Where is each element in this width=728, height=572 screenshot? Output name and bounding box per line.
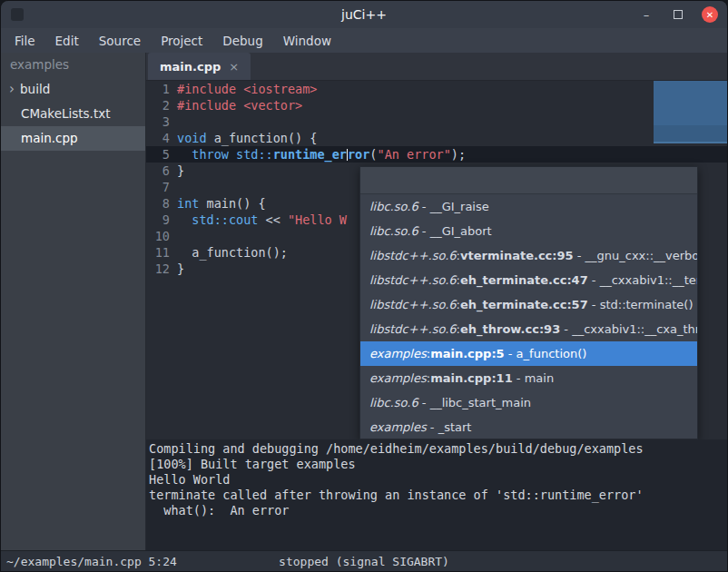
backtrace-row[interactable]: libstdc++.so.6:eh_terminate.cc:57 - std:…: [360, 292, 697, 317]
sidebar-item-main-cpp[interactable]: main.cpp: [1, 126, 145, 151]
line-number: 9: [146, 212, 170, 228]
menu-bar: FileEditSourceProjectDebugWindow: [1, 28, 727, 53]
terminal-line: [100%] Built target examples: [149, 457, 728, 472]
code-text: [170, 228, 177, 244]
close-button[interactable]: ✕: [702, 6, 718, 23]
tab-main-cpp[interactable]: main.cpp ×: [148, 53, 251, 80]
code-text: }: [170, 261, 184, 277]
debug-value-tooltip: [654, 81, 728, 143]
code-line-5: 5 throw std::runtime_error("An error");: [146, 146, 728, 163]
code-text: [170, 113, 177, 130]
line-number: 2: [146, 97, 170, 113]
backtrace-popup: libc.so.6 - __GI_raiselibc.so.6 - __GI_a…: [359, 166, 698, 439]
backtrace-row[interactable]: libstdc++.so.6:vterminate.cc:95 - __gnu_…: [360, 243, 697, 268]
line-number: 4: [146, 130, 170, 146]
terminal-line: what(): An error: [149, 503, 728, 518]
file-location: eh_terminate.cc:47: [460, 273, 588, 287]
code-line-3: 3: [146, 113, 728, 130]
sidebar-item-label: build: [19, 77, 50, 102]
backtrace-list: libc.so.6 - __GI_raiselibc.so.6 - __GI_a…: [360, 194, 697, 439]
code-text: std::cout << "Hello W: [170, 212, 347, 228]
library-name: libstdc++.so.6: [369, 273, 457, 287]
backtrace-row[interactable]: libc.so.6 - __libc_start_main: [360, 390, 697, 415]
backtrace-row[interactable]: examples:main.cpp:5 - a_function(): [360, 341, 697, 366]
main-area: main.cpp × 1#include <iostream>2#include…: [146, 53, 728, 552]
terminal-line: terminate called after throwing an insta…: [149, 488, 728, 503]
menu-item-edit[interactable]: Edit: [45, 28, 89, 53]
backtrace-row[interactable]: examples - _start: [360, 415, 697, 439]
debug-status: stopped (signal SIGABRT): [1, 555, 727, 568]
sidebar-item-label: CMakeLists.txt: [20, 102, 111, 126]
library-name: libstdc++.so.6: [369, 322, 457, 336]
tab-label: main.cpp: [160, 60, 221, 74]
project-name: examples: [1, 53, 145, 77]
menu-item-project[interactable]: Project: [151, 28, 212, 53]
backtrace-row[interactable]: examples:main.cpp:11 - main: [360, 366, 697, 390]
backtrace-row[interactable]: libstdc++.so.6:eh_throw.cc:93 - __cxxabi…: [360, 317, 697, 341]
code-text: throw std::runtime_error("An error");: [170, 146, 466, 163]
code-text: [170, 179, 177, 195]
menu-item-source[interactable]: Source: [89, 28, 151, 53]
line-number: 1: [146, 81, 170, 97]
status-bar: stopped (signal SIGABRT) ~/examples/main…: [1, 550, 727, 571]
tab-bar: main.cpp ×: [146, 53, 728, 81]
line-number: 11: [146, 244, 170, 261]
minimize-button[interactable]: –: [638, 6, 654, 23]
file-location: main.cpp:5: [430, 347, 505, 360]
sidebar-item-cmakelists-txt[interactable]: CMakeLists.txt: [1, 102, 145, 126]
line-number: 8: [146, 195, 170, 212]
backtrace-row[interactable]: libc.so.6 - __GI_raise: [360, 194, 697, 219]
terminal-line: Hello World: [149, 472, 728, 488]
sidebar-item-build[interactable]: ›build: [1, 77, 145, 102]
library-name: examples: [369, 347, 427, 360]
title-bar[interactable]: juCi++ – ✕: [1, 1, 727, 28]
window-title: juCi++: [1, 7, 727, 22]
file-location: main.cpp:11: [430, 371, 513, 385]
popup-header: [360, 167, 697, 194]
tab-close-icon[interactable]: ×: [229, 60, 239, 74]
code-text: #include <vector>: [170, 97, 302, 113]
library-name: libstdc++.so.6: [369, 249, 457, 262]
application-window: juCi++ – ✕ FileEditSourceProjectDebugWin…: [0, 0, 728, 572]
chevron-right-icon[interactable]: ›: [5, 77, 19, 102]
library-name: libc.so.6: [369, 396, 418, 409]
terminal-line: Compiling and debugging /home/eidheim/ex…: [149, 441, 728, 457]
code-text: }: [170, 163, 184, 179]
terminal-panel[interactable]: Compiling and debugging /home/eidheim/ex…: [146, 439, 728, 552]
code-text: int main() {: [170, 195, 266, 212]
sidebar-item-label: main.cpp: [20, 126, 78, 151]
line-number: 5: [146, 146, 170, 163]
backtrace-row[interactable]: libstdc++.so.6:eh_terminate.cc:47 - __cx…: [360, 268, 697, 292]
library-name: libstdc++.so.6: [369, 298, 457, 311]
file-location: eh_throw.cc:93: [460, 322, 560, 336]
file-tree: ›buildCMakeLists.txtmain.cpp: [1, 77, 145, 151]
code-line-2: 2#include <vector>: [146, 97, 728, 113]
file-location: eh_terminate.cc:57: [460, 298, 588, 311]
line-number: 3: [146, 113, 170, 130]
code-text: void a_function() {: [170, 130, 317, 146]
line-number: 10: [146, 228, 170, 244]
line-number: 6: [146, 163, 170, 179]
file-tree-sidebar: examples ›buildCMakeLists.txtmain.cpp: [1, 53, 146, 552]
file-location: vterminate.cc:95: [460, 249, 574, 262]
code-text: #include <iostream>: [170, 81, 317, 97]
code-line-1: 1#include <iostream>: [146, 81, 728, 97]
backtrace-row[interactable]: libc.so.6 - __GI_abort: [360, 219, 697, 243]
window-controls: – ✕: [638, 1, 718, 28]
library-name: libc.so.6: [369, 224, 418, 238]
menu-item-window[interactable]: Window: [273, 28, 341, 53]
line-number: 12: [146, 261, 170, 277]
menu-item-debug[interactable]: Debug: [212, 28, 272, 53]
maximize-icon: [674, 10, 683, 19]
menu-item-file[interactable]: File: [5, 28, 45, 53]
maximize-button[interactable]: [670, 6, 686, 23]
library-name: examples: [369, 371, 427, 385]
line-number: 7: [146, 179, 170, 195]
library-name: libc.so.6: [369, 200, 418, 213]
code-line-4: 4void a_function() {: [146, 130, 728, 146]
library-name: examples: [369, 420, 427, 434]
code-text: a_function();: [170, 244, 288, 261]
terminal-output: Compiling and debugging /home/eidheim/ex…: [149, 441, 728, 518]
